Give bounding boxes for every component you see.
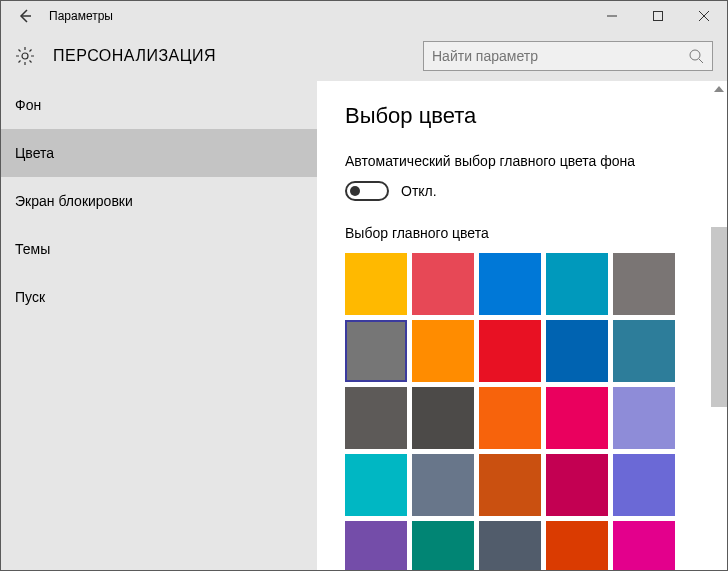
sidebar-item-label: Пуск — [15, 289, 45, 305]
titlebar-left: Параметры — [1, 1, 113, 31]
search-input[interactable] — [432, 48, 688, 64]
color-swatch[interactable] — [345, 454, 407, 516]
color-swatch[interactable] — [412, 320, 474, 382]
main-title: Выбор цвета — [345, 103, 727, 129]
color-swatch[interactable] — [546, 320, 608, 382]
auto-color-toggle[interactable] — [345, 181, 389, 201]
minimize-button[interactable] — [589, 1, 635, 31]
color-swatch[interactable] — [613, 454, 675, 516]
sidebar-item-lockscreen[interactable]: Экран блокировки — [1, 177, 317, 225]
page-title: ПЕРСОНАЛИЗАЦИЯ — [53, 47, 216, 65]
minimize-icon — [607, 11, 617, 21]
sidebar-item-background[interactable]: Фон — [1, 81, 317, 129]
color-swatch[interactable] — [412, 454, 474, 516]
svg-point-1 — [22, 53, 28, 59]
color-swatch[interactable] — [345, 521, 407, 571]
sidebar-item-label: Темы — [15, 241, 50, 257]
toggle-row: Откл. — [345, 181, 727, 201]
search-box[interactable] — [423, 41, 713, 71]
close-icon — [699, 11, 709, 21]
color-swatch[interactable] — [546, 521, 608, 571]
maximize-icon — [653, 11, 663, 21]
color-swatch[interactable] — [613, 521, 675, 571]
color-grid-label: Выбор главного цвета — [345, 225, 727, 241]
maximize-button[interactable] — [635, 1, 681, 31]
color-swatch[interactable] — [479, 253, 541, 315]
header-left: ПЕРСОНАЛИЗАЦИЯ — [15, 46, 216, 66]
color-grid — [345, 253, 727, 571]
sidebar-item-themes[interactable]: Темы — [1, 225, 317, 273]
color-swatch[interactable] — [345, 320, 407, 382]
sidebar-item-colors[interactable]: Цвета — [1, 129, 317, 177]
color-swatch[interactable] — [479, 521, 541, 571]
color-swatch[interactable] — [412, 253, 474, 315]
scroll-up-arrow[interactable] — [711, 81, 727, 97]
gear-icon — [15, 46, 35, 66]
svg-rect-0 — [654, 12, 663, 21]
toggle-state-label: Откл. — [401, 183, 437, 199]
color-swatch[interactable] — [546, 387, 608, 449]
chevron-up-icon — [714, 86, 724, 92]
scroll-thumb[interactable] — [711, 227, 727, 407]
svg-point-2 — [690, 50, 700, 60]
titlebar: Параметры — [1, 1, 727, 31]
color-swatch[interactable] — [479, 320, 541, 382]
back-button[interactable] — [1, 1, 49, 31]
window-title: Параметры — [49, 9, 113, 23]
window-controls — [589, 1, 727, 31]
sidebar-item-label: Экран блокировки — [15, 193, 133, 209]
arrow-left-icon — [17, 8, 33, 24]
color-swatch[interactable] — [479, 387, 541, 449]
color-swatch[interactable] — [613, 253, 675, 315]
close-button[interactable] — [681, 1, 727, 31]
sidebar: Фон Цвета Экран блокировки Темы Пуск — [1, 81, 317, 571]
header: ПЕРСОНАЛИЗАЦИЯ — [1, 31, 727, 81]
color-swatch[interactable] — [546, 454, 608, 516]
color-swatch[interactable] — [345, 387, 407, 449]
sidebar-item-label: Цвета — [15, 145, 54, 161]
color-swatch[interactable] — [613, 320, 675, 382]
search-icon — [688, 48, 704, 64]
color-swatch[interactable] — [613, 387, 675, 449]
scrollbar[interactable] — [711, 81, 727, 571]
content: Фон Цвета Экран блокировки Темы Пуск Выб… — [1, 81, 727, 571]
color-swatch[interactable] — [412, 521, 474, 571]
color-swatch[interactable] — [412, 387, 474, 449]
sidebar-item-label: Фон — [15, 97, 41, 113]
sidebar-item-start[interactable]: Пуск — [1, 273, 317, 321]
toggle-knob — [350, 186, 360, 196]
color-swatch[interactable] — [546, 253, 608, 315]
main-panel: Выбор цвета Автоматический выбор главног… — [317, 81, 727, 571]
auto-color-label: Автоматический выбор главного цвета фона — [345, 153, 727, 169]
color-swatch[interactable] — [479, 454, 541, 516]
color-swatch[interactable] — [345, 253, 407, 315]
